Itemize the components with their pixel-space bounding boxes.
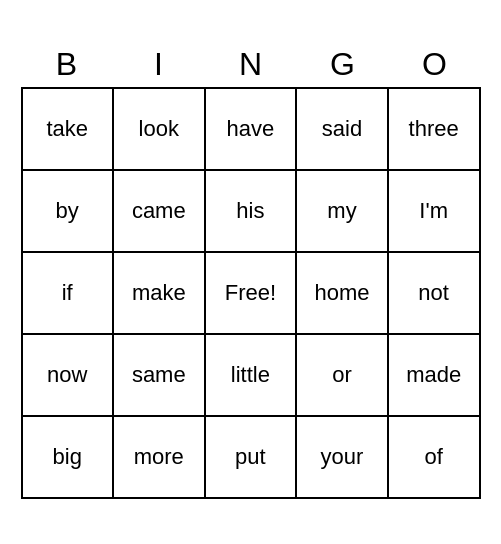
grid-cell: if <box>22 252 113 334</box>
table-row: bigmoreputyourof <box>22 416 480 498</box>
bingo-header: BINGO <box>21 45 481 83</box>
table-row: nowsamelittleormade <box>22 334 480 416</box>
grid-cell: or <box>296 334 388 416</box>
grid-cell: said <box>296 88 388 170</box>
grid-cell: more <box>113 416 205 498</box>
grid-cell: made <box>388 334 480 416</box>
grid-cell: now <box>22 334 113 416</box>
grid-cell: put <box>205 416 297 498</box>
grid-cell: home <box>296 252 388 334</box>
grid-cell: big <box>22 416 113 498</box>
header-letter: B <box>21 45 113 83</box>
header-letter: N <box>205 45 297 83</box>
header-letter: G <box>297 45 389 83</box>
grid-cell: Free! <box>205 252 297 334</box>
grid-cell: my <box>296 170 388 252</box>
table-row: takelookhavesaidthree <box>22 88 480 170</box>
table-row: ifmakeFree!homenot <box>22 252 480 334</box>
bingo-grid: takelookhavesaidthreebycamehismyI'mifmak… <box>21 87 481 499</box>
grid-cell: of <box>388 416 480 498</box>
grid-cell: your <box>296 416 388 498</box>
grid-cell: same <box>113 334 205 416</box>
bingo-card: BINGO takelookhavesaidthreebycamehismyI'… <box>21 45 481 499</box>
header-letter: I <box>113 45 205 83</box>
grid-cell: make <box>113 252 205 334</box>
grid-cell: his <box>205 170 297 252</box>
grid-cell: came <box>113 170 205 252</box>
grid-cell: look <box>113 88 205 170</box>
grid-cell: three <box>388 88 480 170</box>
header-letter: O <box>389 45 481 83</box>
grid-cell: have <box>205 88 297 170</box>
grid-cell: by <box>22 170 113 252</box>
grid-cell: I'm <box>388 170 480 252</box>
grid-cell: not <box>388 252 480 334</box>
table-row: bycamehismyI'm <box>22 170 480 252</box>
grid-cell: little <box>205 334 297 416</box>
grid-cell: take <box>22 88 113 170</box>
